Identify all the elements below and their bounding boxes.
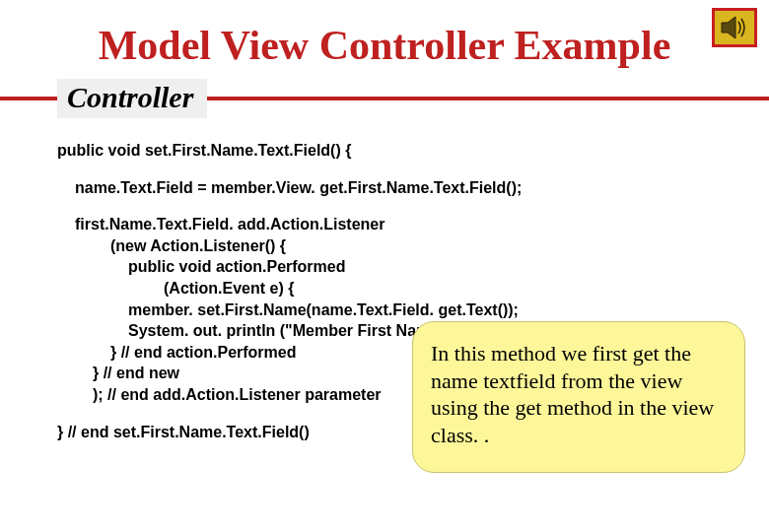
- code-line: member. set.First.Name(name.Text.Field. …: [57, 299, 769, 321]
- callout-note: In this method we first get the name tex…: [412, 321, 745, 473]
- code-line: public void set.First.Name.Text.Field() …: [57, 140, 769, 162]
- svg-marker-0: [722, 17, 735, 38]
- subtitle-box: Controller: [57, 79, 207, 118]
- divider: Controller: [0, 79, 769, 118]
- code-line: (Action.Event e) {: [57, 278, 769, 299]
- code-line: first.Name.Text.Field. add.Action.Listen…: [57, 214, 769, 235]
- subtitle: Controller: [67, 81, 193, 113]
- code-line: (new Action.Listener() {: [57, 235, 769, 257]
- slide-title: Model View Controller Example: [0, 0, 769, 69]
- code-line: public void action.Performed: [57, 256, 769, 278]
- speaker-icon: [712, 8, 757, 47]
- code-line: name.Text.Field = member.View. get.First…: [57, 177, 769, 199]
